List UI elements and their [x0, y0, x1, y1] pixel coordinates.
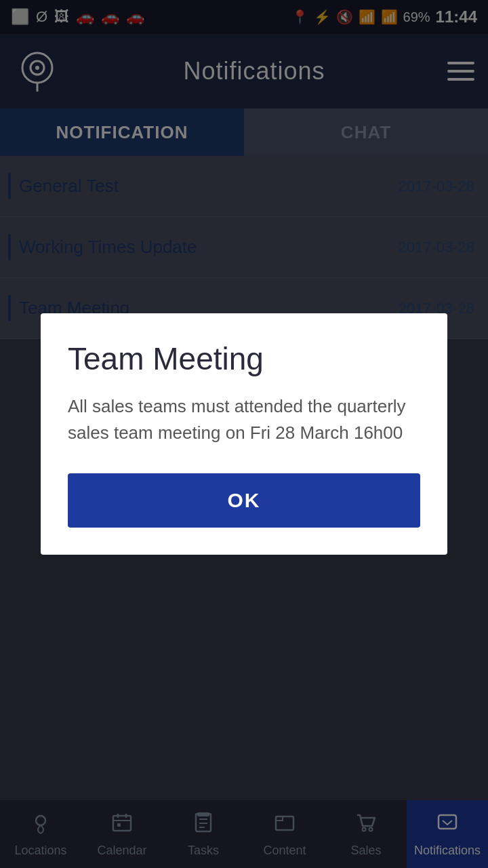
modal-dialog: Team Meeting All sales teams must attend…: [41, 313, 447, 555]
modal-overlay: Team Meeting All sales teams must attend…: [0, 0, 488, 868]
modal-title: Team Meeting: [68, 340, 420, 377]
modal-ok-button[interactable]: OK: [68, 473, 420, 528]
modal-body: All sales teams must attended the quarte…: [68, 393, 420, 446]
